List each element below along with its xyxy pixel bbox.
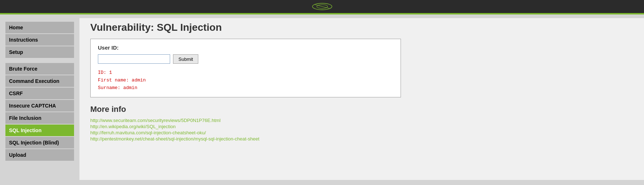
input-box: User ID: Submit ID: 1 First name: admin … [90, 39, 401, 97]
result-line-2: First name: admin [98, 77, 393, 84]
sidebar-item-setup[interactable]: Setup [5, 46, 74, 58]
more-info-link-3[interactable]: http://pentestmonkey.net/cheat-sheet/sql… [90, 136, 633, 142]
result-output: ID: 1 First name: admin Surname: admin [98, 69, 393, 92]
sidebar-divider [5, 59, 74, 63]
sidebar-item-upload[interactable]: Upload [5, 149, 74, 161]
sidebar-item-sql-injection-blind[interactable]: SQL Injection (Blind) [5, 137, 74, 148]
sidebar-item-instructions[interactable]: Instructions [5, 34, 74, 46]
sidebar-item-insecure-captcha[interactable]: Insecure CAPTCHA [5, 100, 74, 112]
user-id-label: User ID: [98, 45, 393, 51]
more-info-link-0[interactable]: http://www.securiteam.com/securityreview… [90, 118, 633, 123]
more-info-link-1[interactable]: http://en.wikipedia.org/wiki/SQL_injecti… [90, 124, 633, 129]
more-info-link-2[interactable]: http://ferruh.mavituna.com/sql-injection… [90, 130, 633, 135]
user-id-input[interactable] [98, 54, 170, 64]
more-info-links: http://www.securiteam.com/securityreview… [90, 118, 633, 142]
sidebar-item-home[interactable]: Home [5, 22, 74, 33]
sidebar-item-brute-force[interactable]: Brute Force [5, 63, 74, 75]
content-area: Vulnerability: SQL Injection User ID: Su… [79, 18, 644, 180]
main-container: Home Instructions Setup Brute Force Comm… [0, 14, 644, 184]
result-line-3: Surname: admin [98, 84, 393, 92]
more-info-title: More info [90, 105, 633, 114]
svg-line-2 [314, 4, 330, 9]
site-logo [311, 1, 333, 12]
submit-button[interactable]: Submit [173, 54, 198, 64]
input-row: Submit [98, 54, 393, 64]
sidebar-item-file-inclusion[interactable]: File Inclusion [5, 112, 74, 124]
sidebar-item-command-execution[interactable]: Command Execution [5, 75, 74, 87]
result-line-1: ID: 1 [98, 69, 393, 77]
page-title: Vulnerability: SQL Injection [90, 22, 633, 33]
sidebar-item-csrf[interactable]: CSRF [5, 88, 74, 99]
sidebar: Home Instructions Setup Brute Force Comm… [0, 18, 79, 180]
header-bar [0, 0, 644, 14]
sidebar-item-sql-injection[interactable]: SQL Injection [5, 125, 74, 136]
